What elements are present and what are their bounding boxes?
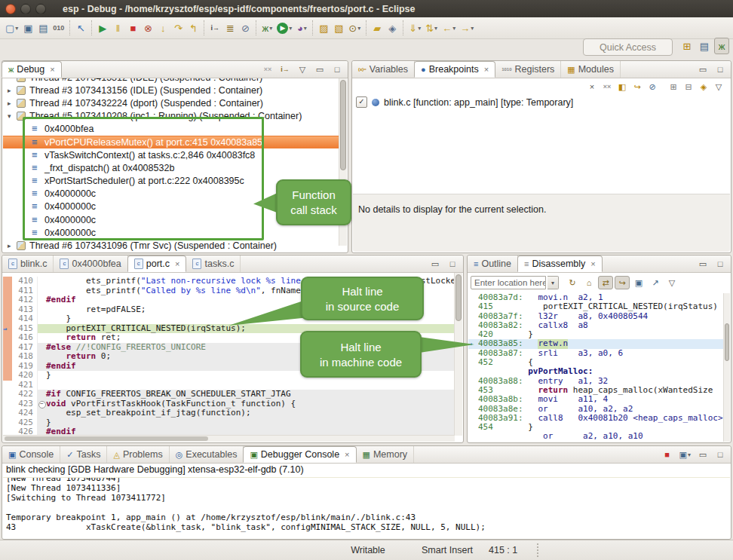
refresh-button[interactable]: ↻	[565, 276, 580, 289]
goto-breakpoint-file-button[interactable]: ↪	[630, 80, 645, 93]
last-edit-location-button[interactable]: ⇓▾	[406, 20, 423, 36]
editor-horizontal-scrollbar[interactable]	[3, 435, 455, 442]
editor-vertical-scrollbar[interactable]	[454, 273, 462, 436]
open-perspective-button[interactable]: ⊞	[679, 38, 695, 54]
breakpoint-checkbox[interactable]: ✓	[356, 96, 367, 108]
minimize-button[interactable]: ▭	[428, 257, 443, 271]
debug-frame-row[interactable]: ≡0x4000bfea	[3, 123, 339, 136]
step-over-button[interactable]: ↷	[170, 20, 186, 36]
expand-all-button[interactable]: ⊞	[666, 80, 681, 93]
tab-tasks-c[interactable]: ctasks.c	[186, 256, 241, 272]
debug-thread-row[interactable]: ▸Thread #3 1073413156 (IDLE) (Suspended …	[3, 84, 339, 96]
minimize-button[interactable]: ▭	[695, 257, 710, 271]
view-menu-button[interactable]: ▽	[711, 80, 726, 93]
close-tab-icon[interactable]: ×	[50, 65, 54, 74]
debug-frame-row[interactable]: ≡vTaskSwitchContext() at tasks.c:2,846 0…	[3, 148, 339, 161]
remove-breakpoint-button[interactable]: ×	[584, 80, 600, 93]
save-all-button[interactable]: ▤	[35, 20, 51, 36]
binary-view-button[interactable]: 010	[51, 20, 66, 36]
close-tab-icon[interactable]: ×	[345, 450, 349, 459]
copy-button[interactable]: ▣	[631, 276, 646, 289]
tab-0x4000bfea[interactable]: c0x4000bfea	[54, 256, 127, 272]
show-annotations-button[interactable]: ◈	[385, 20, 400, 36]
breakpoint-row[interactable]: ✓ blink.c [function: app_main] [type: Te…	[356, 96, 573, 108]
search-button-dropdown[interactable]: ▾	[357, 25, 360, 32]
disassembly-line[interactable]: pvPortMalloc:	[468, 367, 724, 376]
tab-outline[interactable]: ≡Outline	[468, 256, 518, 272]
disassembly-line[interactable]: 415 portEXIT_CRITICAL_NESTED(irqStatus)	[468, 302, 724, 311]
window-maximize-button[interactable]	[35, 4, 46, 14]
export-button[interactable]: ↗	[648, 276, 663, 289]
view-menu-button[interactable]: ▽	[295, 63, 310, 76]
console-output[interactable]: [New Thread 1073408744][New Thread 10734…	[3, 477, 730, 538]
disassembly-scrollbar[interactable]	[723, 293, 730, 442]
run-button-dropdown[interactable]: ▾	[289, 25, 292, 32]
expand-arrow-icon[interactable]: ▸	[8, 99, 17, 107]
disassembly-line[interactable]: or a2, a10, a10	[468, 432, 724, 441]
tab-disassembly[interactable]: ≡Disassembly×	[517, 256, 603, 272]
tab-debugger-console[interactable]: ▣Debugger Console×	[243, 446, 356, 463]
skip-all-breakpoints-button[interactable]: ⊘	[645, 80, 660, 93]
minimize-button[interactable]: ▭	[695, 63, 710, 76]
forward-button[interactable]: →▾	[458, 20, 476, 36]
instruction-stepping-mode-button[interactable]: i→	[278, 63, 293, 76]
fold-marker-icon[interactable]: −	[38, 399, 46, 409]
open-resource-button[interactable]: ▧	[331, 20, 346, 36]
disassembly-listing[interactable]: 40083a7d: movi.n a2, 1415 portEXIT_CRITI…	[468, 293, 724, 442]
close-tab-icon[interactable]: ×	[175, 259, 179, 268]
tab-port-c[interactable]: cport.c×	[127, 256, 187, 272]
disconnect-button[interactable]: ⊗	[140, 20, 155, 36]
remove-all-breakpoints-button[interactable]: ××	[600, 80, 615, 93]
sync-selection-button[interactable]: ⇄	[598, 276, 613, 289]
search-button[interactable]: ⊙▾	[346, 20, 363, 36]
disassembly-line[interactable]: 40083a8e: or a10, a2, a2	[468, 405, 724, 414]
debug-thread-row[interactable]: Thread #2 1073413312 (IDLE) (Suspended :…	[3, 78, 339, 84]
next-annotation-button[interactable]: ⇅▾	[423, 20, 440, 36]
terminate-console-button[interactable]: ■	[660, 448, 675, 461]
home-button[interactable]: ⌂	[581, 276, 597, 289]
debug-frame-row[interactable]: ≡vPortCPUReleaseMutex() at port.c:415 0x…	[3, 136, 339, 148]
step-into-button[interactable]: ↓	[155, 20, 170, 36]
tab-problems[interactable]: ◬Problems	[107, 446, 169, 463]
display-console-button[interactable]: ▣▾	[677, 448, 693, 461]
build-button[interactable]: ▨	[316, 20, 331, 36]
expand-arrow-icon[interactable]: ▸	[8, 87, 17, 94]
view-menu-button[interactable]: ▽	[664, 276, 679, 289]
tab-blink-c[interactable]: cblink.c	[2, 256, 54, 272]
tab-console[interactable]: ▣Console	[2, 446, 60, 463]
location-input[interactable]: Enter location here	[471, 276, 546, 289]
expand-arrow-icon[interactable]: ▾	[8, 112, 17, 120]
minimize-button[interactable]: ▭	[695, 448, 710, 461]
select-pointer-button[interactable]: ↖	[73, 20, 88, 36]
back-button-dropdown[interactable]: ▾	[452, 25, 455, 32]
minimize-button[interactable]: ▭	[312, 63, 327, 76]
tab-breakpoints[interactable]: ●Breakpoints×	[414, 61, 495, 78]
link-with-debug-button[interactable]: ◈	[696, 80, 711, 93]
editor-line[interactable]: 422#if CONFIG_FREERTOS_BREAK_ON_SCHEDULE…	[3, 390, 455, 399]
maximize-button[interactable]: □	[330, 63, 345, 76]
filter-breakpoints-button[interactable]: ◧	[615, 80, 630, 93]
back-button[interactable]: ←▾	[440, 20, 458, 36]
save-button[interactable]: ▣	[20, 20, 35, 36]
quick-access-input[interactable]: Quick Access	[583, 38, 673, 56]
window-minimize-button[interactable]	[20, 4, 31, 14]
collapse-all-button[interactable]: ⊟	[681, 80, 696, 93]
tab-variables[interactable]: (x)=Variables	[352, 61, 415, 78]
maximize-button[interactable]: □	[713, 257, 728, 271]
resume-button[interactable]: ▶	[95, 20, 110, 36]
tab-memory[interactable]: ▦Memory	[357, 446, 415, 463]
debug-frame-row[interactable]: ≡_frxt_dispatch() at 0x4008532b	[3, 161, 339, 174]
remove-all-terminated-button[interactable]: ××	[260, 63, 275, 76]
close-tab-icon[interactable]: ×	[484, 65, 489, 74]
tab-tasks[interactable]: ✓Tasks	[60, 446, 107, 463]
instruction-stepping-button[interactable]: i→	[207, 20, 222, 36]
expand-arrow-icon[interactable]: ▸	[8, 242, 17, 249]
tab-executables[interactable]: ◎Executables	[170, 446, 244, 463]
new-wizard-button-dropdown[interactable]: ▾	[15, 25, 18, 32]
profile-button[interactable]: ◕▾	[294, 20, 309, 36]
disassembly-line[interactable]: ⇒40083a85: retw.n	[468, 339, 724, 348]
mark-occurrences-button[interactable]: ▰	[370, 20, 385, 36]
disassembly-line[interactable]: 40083a8b: movi a11, 4	[468, 395, 724, 404]
new-wizard-button[interactable]: ▢▾	[3, 20, 20, 36]
profile-button-dropdown[interactable]: ▾	[304, 25, 307, 32]
